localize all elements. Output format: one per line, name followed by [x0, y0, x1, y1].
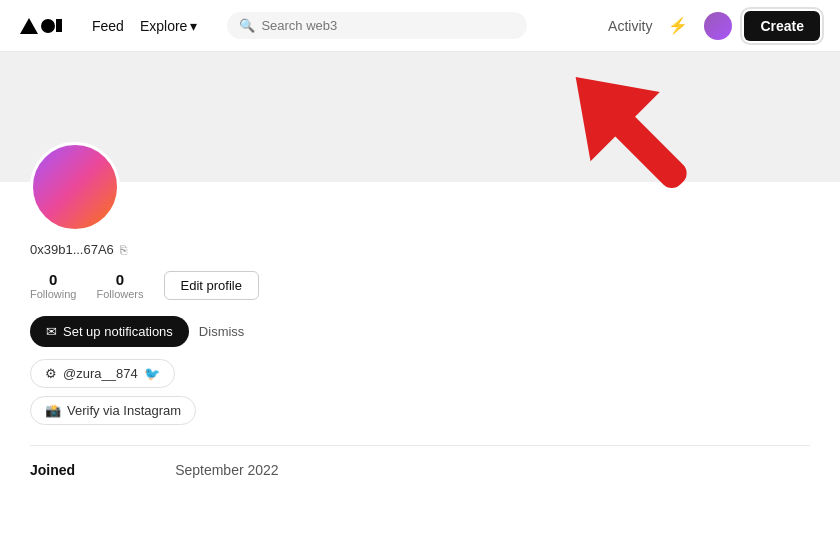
avatar[interactable] — [704, 12, 732, 40]
social-buttons: ⚙ @zura__874 🐦 📸 Verify via Instagram — [30, 359, 810, 425]
profile-avatar — [30, 142, 120, 232]
setup-notif-label: Set up notifications — [63, 324, 173, 339]
instagram-verify-button[interactable]: 📸 Verify via Instagram — [30, 396, 196, 425]
following-label: Following — [30, 288, 76, 300]
edit-profile-button[interactable]: Edit profile — [164, 271, 259, 300]
envelope-icon: ✉ — [46, 324, 57, 339]
stats-row: 0 Following 0 Followers Edit profile — [30, 271, 810, 300]
notifications-row: ✉ Set up notifications Dismiss — [30, 316, 810, 347]
gear-icon: ⚙ — [45, 366, 57, 381]
followers-stat: 0 Followers — [96, 271, 143, 300]
search-input[interactable] — [261, 18, 515, 33]
followers-label: Followers — [96, 288, 143, 300]
svg-marker-0 — [20, 18, 38, 34]
twitter-social-button[interactable]: ⚙ @zura__874 🐦 — [30, 359, 175, 388]
joined-label: Joined — [30, 462, 75, 478]
feed-link[interactable]: Feed — [86, 14, 130, 38]
copy-icon[interactable]: ⎘ — [120, 243, 127, 257]
svg-point-1 — [41, 19, 55, 33]
verify-instagram-label: Verify via Instagram — [67, 403, 181, 418]
logo[interactable] — [20, 16, 62, 36]
nav-right: Activity ⚡ Create — [608, 11, 820, 41]
search-icon: 🔍 — [239, 18, 255, 33]
dismiss-button[interactable]: Dismiss — [199, 324, 245, 339]
instagram-icon: 📸 — [45, 403, 61, 418]
navbar: Feed Explore ▾ 🔍 Activity ⚡ Create — [0, 0, 840, 52]
setup-notifications-button[interactable]: ✉ Set up notifications — [30, 316, 189, 347]
following-count: 0 — [30, 271, 76, 288]
chevron-down-icon: ▾ — [190, 18, 197, 34]
joined-row: Joined September 2022 — [30, 462, 810, 478]
followers-count: 0 — [96, 271, 143, 288]
avatar-wrapper — [30, 142, 120, 232]
wallet-address-text: 0x39b1...67A6 — [30, 242, 114, 257]
explore-label: Explore — [140, 18, 187, 34]
create-button[interactable]: Create — [744, 11, 820, 41]
bolt-icon[interactable]: ⚡ — [664, 12, 692, 40]
svg-rect-2 — [56, 19, 62, 32]
wallet-address-row: 0x39b1...67A6 ⎘ — [30, 242, 810, 257]
twitter-icon: 🐦 — [144, 366, 160, 381]
activity-label: Activity — [608, 18, 652, 34]
search-bar[interactable]: 🔍 — [227, 12, 527, 39]
twitter-username: @zura__874 — [63, 366, 138, 381]
profile-banner — [0, 52, 840, 182]
explore-link[interactable]: Explore ▾ — [134, 14, 203, 38]
nav-links: Feed Explore ▾ — [86, 14, 203, 38]
divider — [30, 445, 810, 446]
joined-date: September 2022 — [175, 462, 279, 478]
following-stat: 0 Following — [30, 271, 76, 300]
profile-body: 0x39b1...67A6 ⎘ 0 Following 0 Followers … — [0, 182, 840, 498]
